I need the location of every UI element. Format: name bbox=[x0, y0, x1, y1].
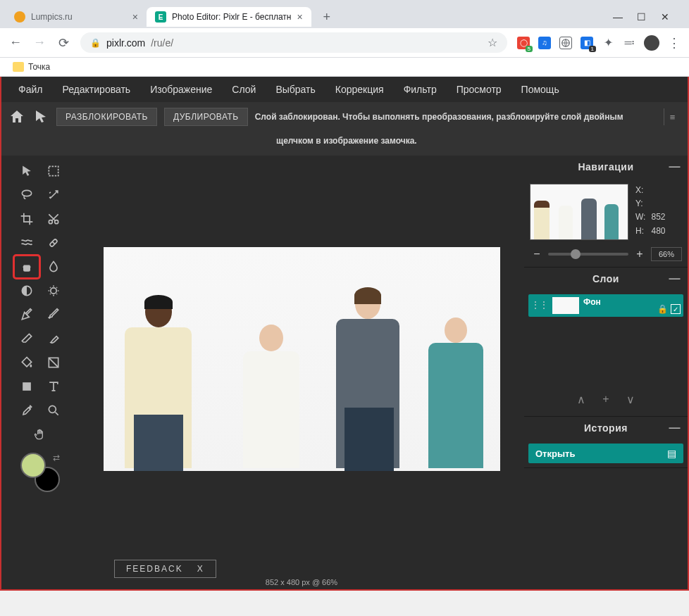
svg-rect-9 bbox=[23, 382, 31, 391]
grip-icon[interactable]: ⋮⋮ bbox=[531, 303, 548, 308]
favicon-icon: E bbox=[155, 11, 166, 23]
w-label: W: bbox=[635, 210, 645, 224]
menu-filter[interactable]: Фильтр bbox=[394, 77, 447, 102]
close-window-button[interactable]: ✕ bbox=[661, 11, 669, 23]
smudge-tool[interactable] bbox=[41, 327, 66, 350]
add-layer-button[interactable]: + bbox=[602, 393, 609, 406]
zoom-out-button[interactable]: − bbox=[530, 248, 544, 260]
forward-button[interactable]: → bbox=[32, 36, 46, 50]
menu-select[interactable]: Выбрать bbox=[266, 77, 325, 102]
eyedropper-tool[interactable] bbox=[14, 399, 39, 422]
menu-edit[interactable]: Редактировать bbox=[52, 77, 140, 102]
menu-help[interactable]: Помощь bbox=[511, 77, 569, 102]
menu-bar: Файл Редактировать Изображение Слой Выбр… bbox=[1, 77, 688, 102]
marquee-tool[interactable] bbox=[41, 160, 66, 182]
menu-view[interactable]: Просмотр bbox=[447, 77, 511, 102]
zoom-slider[interactable] bbox=[548, 253, 628, 256]
collapse-icon[interactable]: — bbox=[669, 422, 681, 434]
extension-icon[interactable]: ◧ bbox=[581, 37, 593, 49]
lock-icon: 🔒 bbox=[90, 38, 101, 48]
layer-up-button[interactable]: ∧ bbox=[577, 393, 585, 406]
canvas[interactable] bbox=[104, 247, 500, 471]
layer-down-button[interactable]: ∨ bbox=[626, 393, 635, 406]
tab-pixlr[interactable]: E Photo Editor: Pixlr E - бесплатн × bbox=[147, 7, 311, 27]
browser-menu-button[interactable]: ⋮ bbox=[668, 35, 681, 51]
bookmark-bar: Точка bbox=[0, 58, 689, 77]
brush-tool[interactable] bbox=[41, 303, 66, 326]
minimize-button[interactable]: — bbox=[613, 11, 621, 23]
layer-name: Фон bbox=[583, 297, 653, 307]
history-item[interactable]: Открыть ▤ bbox=[528, 444, 683, 463]
zoom-value[interactable]: 66% bbox=[651, 247, 682, 261]
sponge-tool[interactable] bbox=[14, 279, 39, 302]
profile-avatar[interactable] bbox=[644, 35, 659, 51]
image-content bbox=[329, 289, 406, 471]
tab-title: Photo Editor: Pixlr E - бесплатн bbox=[172, 12, 292, 22]
panel-title: Слои bbox=[592, 273, 619, 284]
shape-tool[interactable] bbox=[14, 375, 39, 398]
duplicate-button[interactable]: ДУБЛИРОВАТЬ bbox=[164, 108, 248, 126]
bookmark-item[interactable]: Точка bbox=[28, 62, 50, 72]
hand-tool[interactable] bbox=[27, 423, 53, 446]
home-icon[interactable] bbox=[8, 108, 25, 125]
dodge-tool[interactable] bbox=[41, 279, 66, 302]
x-label: X: bbox=[635, 184, 643, 197]
blur-tool[interactable] bbox=[41, 256, 66, 278]
layer-thumbnail bbox=[552, 297, 579, 314]
foreground-color[interactable] bbox=[20, 453, 46, 478]
workspace: ⇄ FEEDBACK X 852 x 480 px @ 66% bbox=[1, 156, 688, 589]
crop-tool[interactable] bbox=[14, 208, 39, 230]
fill-tool[interactable] bbox=[14, 351, 39, 374]
layer-item[interactable]: ⋮⋮ Фон 🔒 ✓ bbox=[528, 294, 683, 317]
collapse-icon[interactable]: — bbox=[669, 161, 681, 173]
extension-icon[interactable]: ◯ bbox=[517, 37, 530, 49]
lasso-tool[interactable] bbox=[14, 184, 39, 206]
maximize-button[interactable]: ☐ bbox=[637, 11, 645, 23]
menu-adjustment[interactable]: Коррекция bbox=[325, 77, 394, 102]
toolbox: ⇄ bbox=[1, 156, 79, 589]
zoom-in-button[interactable]: + bbox=[633, 248, 647, 260]
close-icon[interactable]: × bbox=[297, 11, 303, 23]
cutout-tool[interactable] bbox=[41, 208, 66, 230]
feedback-close-icon[interactable]: X bbox=[197, 564, 204, 574]
close-icon[interactable]: × bbox=[132, 11, 138, 23]
tool-options-bar: РАЗБЛОКИРОВАТЬ ДУБЛИРОВАТЬ Слой заблокир… bbox=[1, 102, 688, 132]
heal-tool[interactable] bbox=[41, 232, 66, 254]
pen-tool[interactable] bbox=[14, 303, 39, 326]
feedback-widget[interactable]: FEEDBACK X bbox=[114, 560, 216, 578]
reading-list-icon[interactable]: ≕ bbox=[623, 37, 635, 49]
extensions-puzzle-icon[interactable]: ✦ bbox=[602, 37, 614, 49]
wand-tool[interactable] bbox=[41, 184, 66, 206]
visibility-checkbox[interactable]: ✓ bbox=[671, 304, 681, 314]
gradient-tool[interactable] bbox=[41, 351, 66, 374]
swap-colors-icon[interactable]: ⇄ bbox=[53, 453, 60, 463]
text-tool[interactable] bbox=[41, 375, 66, 398]
arrow-tool[interactable] bbox=[14, 160, 39, 182]
extension-icon[interactable]: ♫ bbox=[538, 37, 551, 49]
clone-stamp-tool[interactable] bbox=[14, 256, 39, 278]
unlock-button[interactable]: РАЗБЛОКИРОВАТЬ bbox=[56, 108, 157, 126]
navigator-thumbnail[interactable] bbox=[530, 184, 628, 240]
new-tab-button[interactable]: + bbox=[317, 7, 337, 27]
extension-icon[interactable] bbox=[559, 37, 572, 49]
lock-icon[interactable]: 🔒 bbox=[657, 304, 668, 314]
url-input[interactable]: 🔒 pixlr.com/ru/e/ ☆ bbox=[80, 32, 507, 53]
options-menu-icon[interactable]: ≡ bbox=[664, 108, 681, 125]
tab-lumpics[interactable]: Lumpics.ru × bbox=[6, 7, 147, 27]
reload-button[interactable]: ⟳ bbox=[56, 36, 70, 50]
liquify-tool[interactable] bbox=[14, 232, 39, 254]
width-value: 852 bbox=[651, 210, 665, 224]
arrow-tool-icon[interactable] bbox=[32, 108, 49, 125]
eraser-tool[interactable] bbox=[14, 327, 39, 350]
menu-image[interactable]: Изображение bbox=[140, 77, 222, 102]
menu-layer[interactable]: Слой bbox=[222, 77, 266, 102]
bookmark-star-icon[interactable]: ☆ bbox=[488, 36, 497, 49]
folder-icon bbox=[13, 62, 24, 72]
collapse-icon[interactable]: — bbox=[669, 272, 681, 285]
color-swatches[interactable]: ⇄ bbox=[20, 453, 60, 492]
favicon-icon bbox=[14, 11, 25, 23]
zoom-tool[interactable] bbox=[41, 399, 66, 422]
history-panel: История — Открыть ▤ bbox=[524, 417, 688, 468]
back-button[interactable]: ← bbox=[8, 36, 23, 50]
menu-file[interactable]: Файл bbox=[8, 77, 52, 102]
